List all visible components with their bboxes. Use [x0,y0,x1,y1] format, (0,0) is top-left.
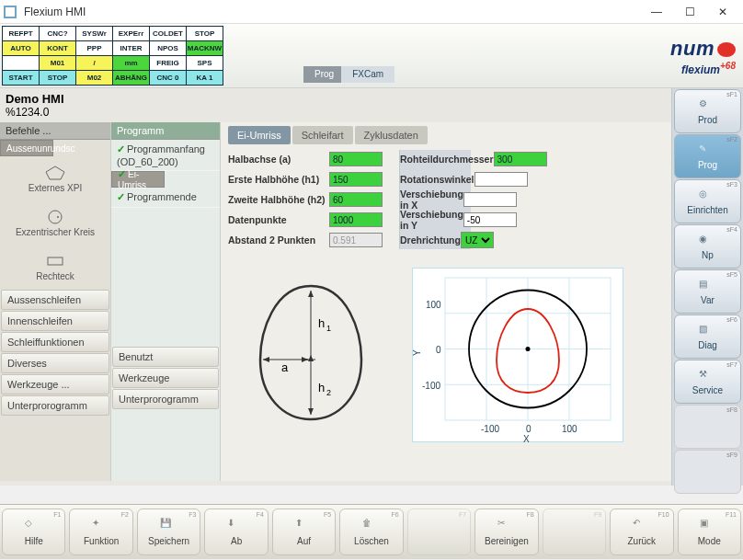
param-input[interactable] [474,172,528,187]
param-input[interactable] [329,212,383,227]
shape-eccentric-circle[interactable]: Exzentrischer Kreis [0,200,110,245]
svg-point-3 [49,211,62,223]
hilfe-icon: ◇ [25,518,43,534]
egg-a-label: a [281,360,289,374]
svg-point-4 [57,216,59,218]
param-label: Datenpunkte [228,214,329,225]
svg-marker-7 [308,291,314,297]
program-panel: Programm Programmanfang (OD_60_200)Ei-Um… [110,122,221,481]
status-cell: PPP [76,41,113,56]
blank-icon [699,418,717,433]
blank-icon [429,523,448,540]
commands-button[interactable]: Aussenschleifen [1,290,109,310]
fkey-f9: F9 [543,509,606,555]
commands-header: Befehle ... [0,122,110,140]
softkey-prod[interactable]: sF1⚙Prod [674,89,741,133]
softkey-service[interactable]: sF7⚒Service [674,360,741,404]
fkey-mode[interactable]: F11▣Mode [678,509,741,555]
svg-text:100: 100 [562,424,577,434]
status-cell: COLDET [150,27,187,41]
program-footer-button[interactable]: Benutzt [112,347,219,367]
commands-button[interactable]: Diverses [1,353,109,373]
status-cell: mm [113,56,150,71]
status-cell: / [76,56,113,71]
breadcrumb-prog[interactable]: Prog [303,66,345,83]
fkey-speichern[interactable]: F3💾Speichern [137,509,200,555]
program-item[interactable]: Programmanfang (OD_60_200) [111,140,220,171]
right-softkey-bar: sF1⚙ProdsF2✎ProgsF3◎EinrichtensF4◉NpsF5▤… [671,88,743,486]
bereinigen-icon: ✂ [497,518,516,534]
param-input[interactable] [463,212,517,227]
blank-icon [565,523,583,540]
close-button[interactable]: ✕ [706,1,739,23]
service-icon: ⚒ [699,369,717,383]
program-footer-button[interactable]: Werkzeuge [112,368,219,388]
xy-plot: -100 0 100 X 100 0 -100 Y [412,268,623,442]
param-label: Erste Halbhöhe (h1) [228,174,329,185]
svg-rect-1 [6,7,15,17]
param-label: Verschiebung in Y [400,209,463,231]
tab-schleifart[interactable]: Schleifart [292,126,353,144]
status-cell [3,56,40,71]
shape-rectangle[interactable]: Rechteck [0,245,110,289]
program-footer-button[interactable]: Unterprorogramm [112,389,219,409]
softkey-var[interactable]: sF5▤Var [674,269,741,314]
param-input [329,233,383,247]
svg-text:0: 0 [526,424,532,434]
fkey-zurück[interactable]: F10↶Zurück [610,509,673,555]
app-icon [4,6,17,18]
softkey-np[interactable]: sF4◉Np [674,224,741,269]
tab-zyklusdaten[interactable]: Zyklusdaten [355,126,428,144]
egg-schematic: h1 h2 a [228,268,394,433]
softkey-diag[interactable]: sF6▧Diag [674,314,741,359]
fkey-hilfe[interactable]: F1◇Hilfe [2,509,65,555]
softkey-sf9: sF9 [674,450,741,494]
fkey-ab[interactable]: F4⬇Ab [204,509,268,555]
program-item[interactable]: Programmende [111,188,220,208]
breadcrumb-fxcam[interactable]: FXCam [341,66,394,83]
var-icon: ▤ [699,279,717,293]
softkey-prog[interactable]: sF2✎Prog [674,134,741,178]
logo-area: num flexium+68 [670,37,736,76]
ab-icon: ⬇ [227,518,246,534]
fkey-auf[interactable]: F5⬆Auf [272,509,336,555]
commands-button[interactable]: Werkzeuge ... [1,374,109,394]
auf-icon: ⬆ [295,518,314,534]
param-input[interactable] [329,172,383,187]
program-item[interactable]: Ei-Umriss [111,171,165,188]
fkey-funktion[interactable]: F2✦Funktion [69,509,132,555]
param-select[interactable]: UZ [461,232,494,248]
minimize-button[interactable]: — [640,1,673,23]
np-icon: ◉ [699,234,717,248]
brand-logo: num [670,37,736,61]
param-input[interactable] [329,192,383,207]
fkey-bereinigen[interactable]: F8✂Bereinigen [474,509,538,555]
speichern-icon: 💾 [160,518,178,534]
breadcrumb: Prog FXCam [303,66,394,83]
maximize-button[interactable]: ☐ [673,1,706,23]
svg-text:2: 2 [326,388,331,397]
status-cell: AUTO [3,41,40,56]
softkey-sf8: sF8 [674,405,741,449]
commands-button[interactable]: Schleiffunktionen [1,332,109,352]
svg-rect-5 [48,257,63,265]
blank-icon [699,463,717,478]
status-cell: M01 [40,56,76,71]
svg-marker-8 [308,408,314,415]
param-input[interactable] [329,152,383,166]
status-cell: KONT [40,41,76,56]
param-input[interactable] [494,152,547,166]
softkey-einrichten[interactable]: sF3◎Einrichten [674,179,741,223]
shape-pentagon[interactable]: Externes XPI [0,156,110,200]
tab-ei-umriss[interactable]: Ei-Umriss [228,126,291,144]
param-input[interactable] [463,192,517,207]
funktion-icon: ✦ [92,518,110,534]
fkey-löschen[interactable]: F6🗑Löschen [339,509,403,555]
commands-selected[interactable]: Aussenunrundsc [0,140,53,156]
param-label: Zweite Halbhöhe (h2) [228,194,329,205]
commands-button[interactable]: Innenschleifen [1,311,109,331]
commands-button[interactable]: Unterprorogramm [1,395,109,416]
zurück-icon: ↶ [633,518,651,534]
egg-h1-label: h [318,316,325,330]
prod-icon: ⚙ [699,98,717,113]
